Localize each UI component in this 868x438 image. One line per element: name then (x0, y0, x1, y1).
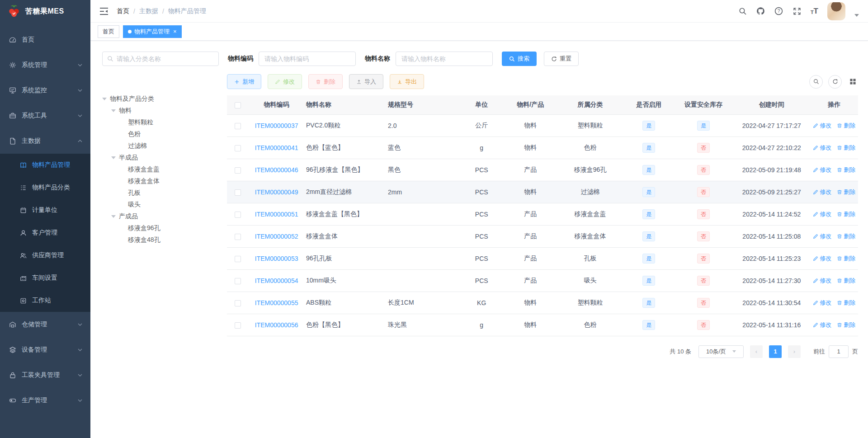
tab-home[interactable]: 首页 (98, 25, 119, 38)
material-code-link[interactable]: ITEM00000052 (255, 233, 298, 240)
row-checkbox[interactable] (235, 167, 241, 174)
tree-leaf[interactable]: 孔板 (102, 187, 219, 199)
edit-row-link[interactable]: 修改 (813, 321, 831, 329)
tree-leaf[interactable]: 移液盒96孔 (102, 222, 219, 234)
app-logo[interactable]: 苦糖果MES (0, 0, 90, 23)
edit-row-link[interactable]: 修改 (813, 299, 831, 307)
sidebar-item-measure-units[interactable]: 计量单位 (0, 199, 90, 221)
edit-row-link[interactable]: 修改 (813, 254, 831, 263)
tree-leaf[interactable]: 塑料颗粒 (102, 117, 219, 128)
page-size-select[interactable]: 10条/页 (698, 345, 744, 358)
tree-node-material[interactable]: 物料 (102, 105, 219, 117)
delete-row-link[interactable]: 删除 (837, 144, 855, 152)
tab-material-product-mgmt[interactable]: 物料产品管理 × (123, 25, 182, 38)
row-checkbox[interactable] (235, 123, 241, 129)
sidebar-item-material-product-mgmt[interactable]: 物料产品管理 (0, 154, 90, 176)
sidebar-item-material-product-category[interactable]: 物料产品分类 (0, 176, 90, 199)
material-code-link[interactable]: ITEM00000046 (255, 166, 298, 174)
tree-search-input[interactable] (117, 55, 214, 62)
tree-leaf[interactable]: 过滤棉 (102, 140, 219, 152)
search-button[interactable]: 搜索 (502, 52, 537, 66)
add-button[interactable]: 新增 (227, 74, 261, 89)
import-button[interactable]: 导入 (349, 74, 383, 89)
breadcrumb-home[interactable]: 首页 (117, 7, 129, 15)
sidebar-item-master-data[interactable]: 主数据 (0, 128, 90, 154)
sidebar-item-system-monitor[interactable]: 系统监控 (0, 78, 90, 103)
row-checkbox[interactable] (235, 278, 241, 284)
toggle-search-button[interactable] (809, 75, 823, 89)
delete-row-link[interactable]: 删除 (837, 299, 855, 307)
breadcrumb-master-data[interactable]: 主数据 (139, 7, 158, 15)
delete-row-link[interactable]: 删除 (837, 254, 855, 263)
tree-leaf[interactable]: 吸头 (102, 199, 219, 211)
material-code-link[interactable]: ITEM00000056 (255, 321, 298, 329)
edit-button[interactable]: 修改 (268, 74, 302, 89)
sidebar-item-warehouse-mgmt[interactable]: 仓储管理 (0, 312, 90, 337)
delete-row-link[interactable]: 删除 (837, 232, 855, 240)
sidebar-item-workstation[interactable]: 工作站 (0, 289, 90, 312)
tree-leaf[interactable]: 移液盒盒盖 (102, 164, 219, 175)
row-checkbox[interactable] (235, 145, 241, 151)
material-code-link[interactable]: ITEM00000055 (255, 299, 298, 306)
tree-expand-icon[interactable] (111, 215, 116, 218)
tree-leaf[interactable]: 移液盒48孔 (102, 234, 219, 246)
avatar-dropdown-caret-icon[interactable] (854, 14, 859, 17)
tree-expand-icon[interactable] (111, 109, 116, 112)
tree-node-root[interactable]: 物料及产品分类 (102, 93, 219, 105)
sidebar-item-system-tools[interactable]: 系统工具 (0, 103, 90, 128)
material-code-link[interactable]: ITEM00000037 (255, 122, 298, 129)
row-checkbox[interactable] (235, 322, 241, 329)
delete-row-link[interactable]: 删除 (837, 321, 855, 329)
refresh-table-button[interactable] (828, 75, 842, 89)
export-button[interactable]: 导出 (390, 74, 424, 89)
row-checkbox[interactable] (235, 234, 241, 240)
row-checkbox[interactable] (235, 256, 241, 262)
delete-row-link[interactable]: 删除 (837, 166, 855, 174)
material-code-link[interactable]: ITEM00000049 (255, 188, 298, 196)
material-code-input[interactable] (259, 52, 356, 66)
edit-row-link[interactable]: 修改 (813, 277, 831, 285)
close-icon[interactable]: × (173, 28, 177, 35)
row-checkbox[interactable] (235, 300, 241, 306)
material-code-link[interactable]: ITEM00000054 (255, 277, 298, 284)
row-checkbox[interactable] (235, 212, 241, 218)
delete-row-link[interactable]: 删除 (837, 122, 855, 130)
columns-grid-icon[interactable] (847, 76, 858, 87)
sidebar-item-supplier-mgmt[interactable]: 供应商管理 (0, 244, 90, 267)
sidebar-item-production-mgmt[interactable]: 生产管理 (0, 388, 90, 413)
sidebar-item-tooling-mgmt[interactable]: 工装夹具管理 (0, 363, 90, 388)
font-size-icon[interactable]: TT (811, 7, 818, 15)
material-name-input[interactable] (396, 52, 493, 66)
delete-row-link[interactable]: 删除 (837, 277, 855, 285)
reset-button[interactable]: 重置 (544, 52, 579, 66)
tree-node-finished[interactable]: 产成品 (102, 211, 219, 222)
edit-row-link[interactable]: 修改 (813, 188, 831, 196)
material-code-link[interactable]: ITEM00000051 (255, 211, 298, 218)
next-page-button[interactable]: › (788, 345, 801, 358)
fullscreen-icon[interactable] (793, 7, 802, 16)
avatar[interactable] (827, 2, 845, 20)
goto-page-input[interactable] (829, 345, 849, 358)
tree-leaf[interactable]: 色粉 (102, 128, 219, 140)
material-code-link[interactable]: ITEM00000041 (255, 144, 298, 151)
select-all-checkbox[interactable] (235, 102, 241, 108)
tree-leaf[interactable]: 移液盒盒体 (102, 175, 219, 187)
tree-expand-icon[interactable] (111, 156, 116, 159)
delete-button[interactable]: 删除 (308, 74, 343, 89)
delete-row-link[interactable]: 删除 (837, 188, 855, 196)
page-1-button[interactable]: 1 (769, 345, 782, 358)
sidebar-item-customer-mgmt[interactable]: 客户管理 (0, 221, 90, 244)
delete-row-link[interactable]: 删除 (837, 210, 855, 218)
prev-page-button[interactable]: ‹ (750, 345, 763, 358)
edit-row-link[interactable]: 修改 (813, 210, 831, 218)
edit-row-link[interactable]: 修改 (813, 144, 831, 152)
hamburger-icon[interactable] (99, 7, 108, 15)
edit-row-link[interactable]: 修改 (813, 122, 831, 130)
row-checkbox[interactable] (235, 189, 241, 196)
sidebar-item-system-mgmt[interactable]: 系统管理 (0, 52, 90, 78)
sidebar-item-equipment-mgmt[interactable]: 设备管理 (0, 337, 90, 363)
github-icon[interactable] (756, 7, 765, 16)
tree-node-semifinished[interactable]: 半成品 (102, 152, 219, 164)
edit-row-link[interactable]: 修改 (813, 232, 831, 240)
help-icon[interactable]: ? (774, 7, 783, 16)
